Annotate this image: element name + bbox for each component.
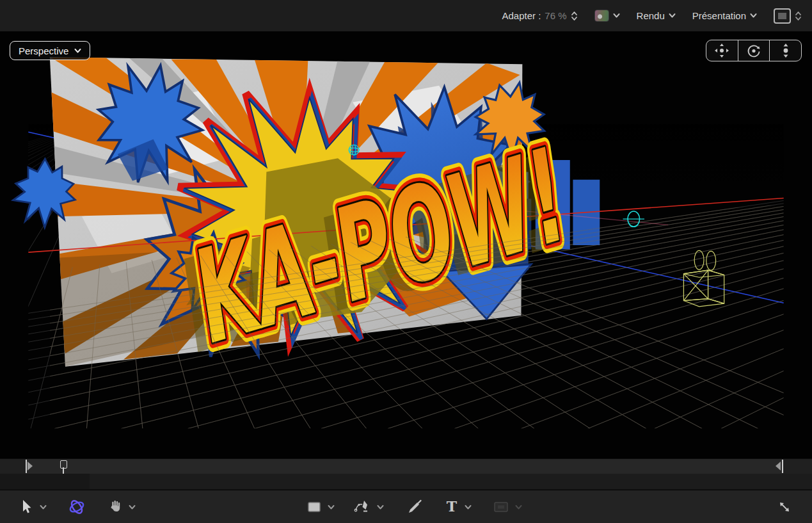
chevron-down-icon[interactable] [328, 505, 335, 510]
chevron-down-icon[interactable] [465, 505, 472, 510]
camera-wireframe[interactable] [683, 250, 724, 306]
orbit-3d-view-button[interactable] [738, 40, 770, 61]
in-marker-icon[interactable] [28, 462, 33, 471]
svg-text:T: T [447, 499, 458, 515]
color-swatch-icon[interactable] [594, 10, 609, 22]
rectangle-icon [307, 501, 321, 513]
rectangle-mask-tool-button[interactable] [493, 501, 522, 513]
canvas-viewport[interactable]: KA-POW! KA-POW! KA-POW! KA-POW! [0, 32, 812, 458]
rectangle-tool-button[interactable] [307, 501, 335, 513]
select-tool-button[interactable] [20, 499, 47, 515]
color-swatch-menu[interactable] [594, 10, 620, 22]
text-tool-button[interactable]: T [445, 499, 472, 515]
scene-3d: KA-POW! KA-POW! KA-POW! KA-POW! [0, 32, 812, 458]
stepper-icon[interactable] [795, 11, 802, 21]
pan-3d-icon [713, 43, 730, 58]
render-menu-label: Rendu [637, 10, 665, 21]
layout-pane-control[interactable] [774, 8, 802, 24]
dolly-3d-icon [780, 43, 792, 58]
view-3d-controls [706, 40, 802, 61]
mini-timeline[interactable] [0, 458, 812, 490]
chevron-down-icon[interactable] [377, 505, 384, 510]
chevron-down-icon[interactable] [129, 505, 136, 510]
pan-tool-button[interactable] [108, 499, 136, 515]
zoom-label: Adapter : [502, 10, 541, 21]
out-marker-icon[interactable] [776, 462, 781, 471]
presentation-menu[interactable]: Présentation [692, 10, 757, 21]
resize-diagonal-icon [777, 500, 792, 514]
in-marker-line[interactable] [26, 460, 27, 473]
camera-menu[interactable]: Perspective [10, 41, 90, 60]
chevron-down-icon [669, 13, 676, 18]
stepper-icon[interactable] [571, 11, 578, 21]
camera-menu-label: Perspective [19, 45, 68, 56]
orbit-3d-icon [746, 43, 761, 58]
bezier-tool-button[interactable] [354, 499, 384, 515]
chevron-down-icon [750, 13, 757, 18]
pen-nib-icon [354, 499, 370, 515]
timeline-track[interactable] [0, 458, 812, 474]
hand-icon [108, 499, 122, 515]
render-menu[interactable]: Rendu [637, 10, 676, 21]
layout-pane-icon[interactable] [774, 8, 791, 24]
dolly-3d-view-button[interactable] [769, 40, 801, 61]
out-marker-line[interactable] [782, 460, 783, 473]
resize-handle-button[interactable] [777, 500, 792, 514]
chevron-down-icon [515, 505, 522, 510]
paintbrush-icon [407, 499, 422, 515]
text-tool-icon: T [445, 499, 458, 515]
chevron-down-icon[interactable] [40, 505, 47, 510]
motion-window: Adapter : 76 % Rendu Présentation [0, 0, 812, 523]
timeline-lower-strip [0, 474, 812, 489]
chevron-down-icon [74, 49, 81, 53]
transform-3d-icon [67, 498, 86, 516]
top-toolbar: Adapter : 76 % Rendu Présentation [0, 0, 812, 32]
transform-3d-tool-button[interactable] [67, 498, 86, 516]
paintbrush-tool-button[interactable] [407, 499, 422, 515]
rectangle-mask-icon [493, 501, 509, 513]
bottom-toolbar: T [0, 490, 812, 523]
presentation-menu-label: Présentation [692, 10, 746, 21]
select-arrow-icon [20, 499, 33, 515]
chevron-down-icon [613, 13, 620, 18]
zoom-control[interactable]: Adapter : 76 % [502, 10, 577, 21]
pan-3d-view-button[interactable] [706, 40, 738, 61]
zoom-value[interactable]: 76 % [545, 10, 566, 21]
